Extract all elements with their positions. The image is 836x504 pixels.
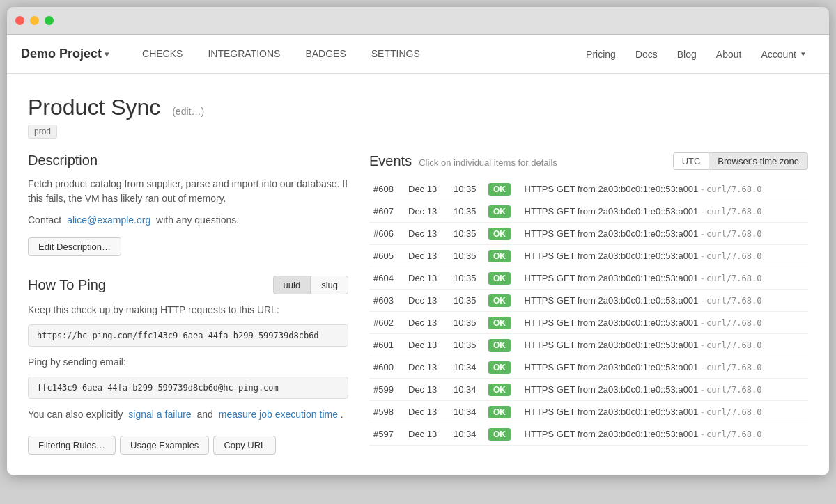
- event-number: #600: [369, 356, 404, 379]
- nav-pricing[interactable]: Pricing: [576, 35, 626, 74]
- event-status: OK: [484, 423, 520, 446]
- event-status: OK: [484, 312, 520, 334]
- event-time: 10:35: [449, 267, 484, 290]
- event-status: OK: [484, 356, 520, 379]
- slug-button[interactable]: slug: [311, 276, 348, 294]
- events-header: Events Click on individual items for det…: [369, 152, 808, 170]
- event-detail: HTTPS GET from 2a03:b0c0:1:e0::53:a001 -…: [520, 245, 808, 267]
- navbar: Demo Project ▾ CHECKS INTEGRATIONS BADGE…: [7, 35, 829, 74]
- event-date: Dec 13: [404, 267, 449, 290]
- filtering-rules-button[interactable]: Filtering Rules…: [28, 436, 116, 455]
- titlebar: [7, 7, 829, 35]
- table-row[interactable]: #600 Dec 13 10:34 OK HTTPS GET from 2a03…: [369, 356, 808, 379]
- event-status: OK: [484, 334, 520, 356]
- table-row[interactable]: #603 Dec 13 10:35 OK HTTPS GET from 2a03…: [369, 290, 808, 312]
- how-to-ping-header: How To Ping uuid slug: [28, 276, 348, 294]
- account-label: Account: [761, 49, 796, 60]
- event-number: #602: [369, 312, 404, 334]
- table-row[interactable]: #604 Dec 13 10:35 OK HTTPS GET from 2a03…: [369, 267, 808, 290]
- utc-button[interactable]: UTC: [673, 152, 710, 170]
- minimize-button[interactable]: [30, 16, 39, 25]
- events-title-area: Events Click on individual items for det…: [369, 153, 557, 169]
- period: .: [341, 409, 343, 420]
- measure-job-link[interactable]: measure job execution time: [219, 409, 338, 420]
- event-date: Dec 13: [404, 290, 449, 312]
- nav-checks[interactable]: CHECKS: [130, 35, 195, 74]
- table-row[interactable]: #601 Dec 13 10:35 OK HTTPS GET from 2a03…: [369, 334, 808, 356]
- edit-description-button[interactable]: Edit Description…: [28, 237, 121, 256]
- two-column-layout: Description Fetch product catalog from s…: [28, 152, 808, 455]
- table-row[interactable]: #606 Dec 13 10:35 OK HTTPS GET from 2a03…: [369, 223, 808, 245]
- event-number: #598: [369, 401, 404, 423]
- usage-examples-button[interactable]: Usage Examples: [120, 436, 209, 455]
- event-detail: HTTPS GET from 2a03:b0c0:1:e0::53:a001 -…: [520, 379, 808, 401]
- event-date: Dec 13: [404, 312, 449, 334]
- event-date: Dec 13: [404, 334, 449, 356]
- ping-url-label: Keep this check up by making HTTP reques…: [28, 303, 348, 317]
- and-text: and: [197, 409, 213, 420]
- signal-failure-link[interactable]: signal a failure: [128, 409, 191, 420]
- event-status: OK: [484, 223, 520, 245]
- event-date: Dec 13: [404, 423, 449, 446]
- event-time: 10:35: [449, 334, 484, 356]
- nav-integrations[interactable]: INTEGRATIONS: [195, 35, 293, 74]
- event-detail: HTTPS GET from 2a03:b0c0:1:e0::53:a001 -…: [520, 267, 808, 290]
- table-row[interactable]: #607 Dec 13 10:35 OK HTTPS GET from 2a03…: [369, 200, 808, 223]
- nav-about[interactable]: About: [706, 35, 752, 74]
- event-detail: HTTPS GET from 2a03:b0c0:1:e0::53:a001 -…: [520, 290, 808, 312]
- event-date: Dec 13: [404, 245, 449, 267]
- event-number: #608: [369, 178, 404, 200]
- table-row[interactable]: #608 Dec 13 10:35 OK HTTPS GET from 2a03…: [369, 178, 808, 200]
- copy-url-button[interactable]: Copy URL: [213, 436, 276, 455]
- events-subtitle: Click on individual items for details: [419, 157, 557, 168]
- event-status: OK: [484, 200, 520, 223]
- browser-timezone-button[interactable]: Browser's time zone: [709, 152, 808, 170]
- event-number: #603: [369, 290, 404, 312]
- brand-logo[interactable]: Demo Project ▾: [21, 47, 109, 61]
- event-time: 10:35: [449, 312, 484, 334]
- event-time: 10:34: [449, 356, 484, 379]
- nav-docs[interactable]: Docs: [626, 35, 667, 74]
- event-number: #597: [369, 423, 404, 446]
- prod-tag: prod: [28, 125, 57, 139]
- nav-account[interactable]: Account ▾: [751, 35, 815, 74]
- nav-blog[interactable]: Blog: [667, 35, 706, 74]
- contact-email-link[interactable]: alice@example.org: [67, 214, 150, 226]
- event-status: OK: [484, 178, 520, 200]
- action-buttons: Filtering Rules… Usage Examples Copy URL: [28, 436, 348, 455]
- nav-settings[interactable]: SETTINGS: [359, 35, 433, 74]
- event-date: Dec 13: [404, 223, 449, 245]
- event-time: 10:34: [449, 423, 484, 446]
- table-row[interactable]: #598 Dec 13 10:34 OK HTTPS GET from 2a03…: [369, 401, 808, 423]
- maximize-button[interactable]: [45, 16, 54, 25]
- table-row[interactable]: #597 Dec 13 10:34 OK HTTPS GET from 2a03…: [369, 423, 808, 446]
- event-status: OK: [484, 245, 520, 267]
- event-date: Dec 13: [404, 401, 449, 423]
- event-detail: HTTPS GET from 2a03:b0c0:1:e0::53:a001 -…: [520, 334, 808, 356]
- nav-left: CHECKS INTEGRATIONS BADGES SETTINGS: [130, 35, 576, 74]
- account-caret-icon: ▾: [801, 49, 805, 58]
- edit-title-link[interactable]: (edit…): [172, 106, 204, 117]
- event-number: #607: [369, 200, 404, 223]
- event-status: OK: [484, 267, 520, 290]
- ping-format-toggle: uuid slug: [273, 276, 348, 294]
- left-column: Description Fetch product catalog from s…: [28, 152, 348, 455]
- how-to-ping-heading: How To Ping: [28, 277, 106, 293]
- nav-badges[interactable]: BADGES: [293, 35, 358, 74]
- brand-name: Demo Project: [21, 47, 102, 61]
- event-time: 10:35: [449, 290, 484, 312]
- event-detail: HTTPS GET from 2a03:b0c0:1:e0::53:a001 -…: [520, 312, 808, 334]
- description-contact: Contact alice@example.org with any quest…: [28, 213, 348, 228]
- event-number: #605: [369, 245, 404, 267]
- main-content: Product Sync (edit…) prod Description Fe…: [7, 74, 829, 475]
- event-number: #599: [369, 379, 404, 401]
- close-button[interactable]: [15, 16, 24, 25]
- table-row[interactable]: #599 Dec 13 10:34 OK HTTPS GET from 2a03…: [369, 379, 808, 401]
- table-row[interactable]: #605 Dec 13 10:35 OK HTTPS GET from 2a03…: [369, 245, 808, 267]
- event-detail: HTTPS GET from 2a03:b0c0:1:e0::53:a001 -…: [520, 356, 808, 379]
- table-row[interactable]: #602 Dec 13 10:35 OK HTTPS GET from 2a03…: [369, 312, 808, 334]
- timezone-toggle: UTC Browser's time zone: [673, 152, 808, 170]
- brand-caret-icon: ▾: [104, 49, 109, 59]
- event-status: OK: [484, 401, 520, 423]
- uuid-button[interactable]: uuid: [273, 276, 311, 294]
